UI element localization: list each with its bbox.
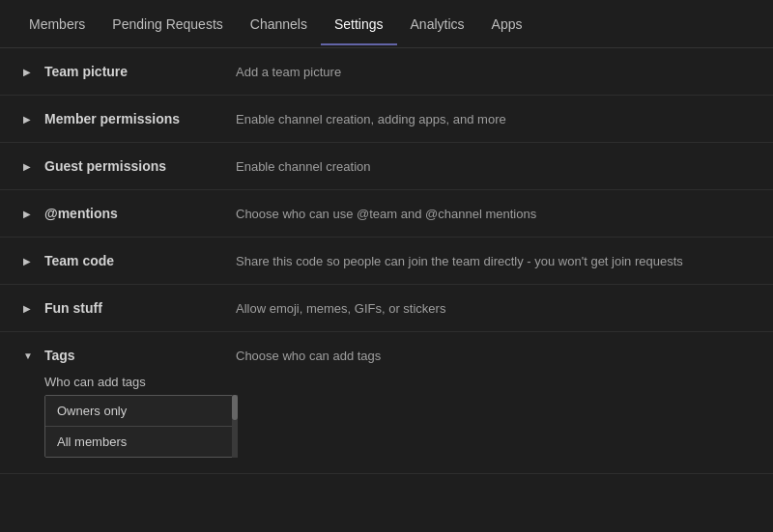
- tags-description: Choose who can add tags: [236, 348, 750, 363]
- top-navigation: Members Pending Requests Channels Settin…: [0, 0, 773, 48]
- nav-item-analytics[interactable]: Analytics: [397, 3, 478, 45]
- team-picture-title: Team picture: [44, 64, 128, 79]
- settings-row-member-permissions[interactable]: ▶ Member permissions Enable channel crea…: [0, 96, 773, 143]
- chevron-right-icon: ▶: [23, 209, 35, 219]
- team-code-title: Team code: [44, 253, 114, 268]
- mentions-description: Choose who can use @team and @channel me…: [236, 206, 750, 221]
- settings-row-team-code[interactable]: ▶ Team code Share this code so people ca…: [0, 238, 773, 285]
- chevron-right-icon: ▶: [23, 161, 35, 172]
- nav-item-apps[interactable]: Apps: [478, 3, 536, 45]
- chevron-right-icon: ▶: [23, 114, 35, 125]
- guest-permissions-title: Guest permissions: [44, 158, 166, 174]
- chevron-right-icon: ▶: [23, 67, 35, 77]
- nav-item-settings[interactable]: Settings: [321, 3, 397, 45]
- dropdown-container[interactable]: Owners only All members: [44, 395, 238, 458]
- settings-row-mentions[interactable]: ▶ @mentions Choose who can use @team and…: [0, 190, 773, 238]
- nav-item-members[interactable]: Members: [15, 3, 99, 45]
- chevron-down-icon: ▼: [23, 350, 35, 361]
- member-permissions-description: Enable channel creation, adding apps, an…: [236, 111, 750, 126]
- dropdown-scrollbar-thumb: [232, 395, 238, 420]
- fun-stuff-description: Allow emoji, memes, GIFs, or stickers: [236, 300, 750, 316]
- chevron-right-icon: ▶: [23, 303, 35, 314]
- chevron-right-icon: ▶: [23, 256, 35, 266]
- settings-row-guest-permissions[interactable]: ▶ Guest permissions Enable channel creat…: [0, 143, 773, 190]
- settings-row-fun-stuff[interactable]: ▶ Fun stuff Allow emoji, memes, GIFs, or…: [0, 285, 773, 332]
- nav-item-pending-requests[interactable]: Pending Requests: [99, 3, 236, 45]
- mentions-title: @mentions: [44, 206, 118, 221]
- dropdown-scrollbar[interactable]: [232, 395, 238, 458]
- team-picture-description: Add a team picture: [236, 64, 750, 79]
- guest-permissions-description: Enable channel creation: [236, 158, 750, 174]
- tags-expanded-content: Who can add tags Owners only All members: [23, 375, 750, 458]
- dropdown-option-all-members[interactable]: All members: [45, 427, 237, 457]
- settings-row-tags[interactable]: ▼ Tags Choose who can add tags Who can a…: [0, 332, 773, 474]
- settings-content: ▶ Team picture Add a team picture ▶ Memb…: [0, 48, 773, 532]
- fun-stuff-title: Fun stuff: [44, 300, 102, 316]
- settings-row-team-picture[interactable]: ▶ Team picture Add a team picture: [0, 48, 773, 96]
- member-permissions-title: Member permissions: [44, 111, 180, 126]
- tags-title: Tags: [44, 348, 75, 363]
- nav-item-channels[interactable]: Channels: [237, 3, 321, 45]
- tags-row-main: ▼ Tags Choose who can add tags: [23, 348, 750, 363]
- dropdown-option-owners-only[interactable]: Owners only: [45, 396, 237, 427]
- dropdown-label: Who can add tags: [44, 375, 750, 389]
- dropdown-box[interactable]: Owners only All members: [44, 395, 238, 458]
- team-code-description: Share this code so people can join the t…: [236, 253, 750, 268]
